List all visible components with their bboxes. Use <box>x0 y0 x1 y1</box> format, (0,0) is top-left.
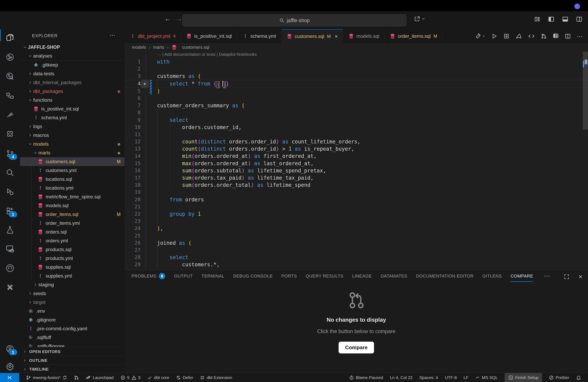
tree-item-target[interactable]: target <box>20 298 125 307</box>
breadcrumb-item[interactable]: marts <box>153 45 164 50</box>
navigate-forward-icon[interactable]: → <box>176 15 182 22</box>
tree-item-locations-yml[interactable]: !locations.yml <box>20 184 125 192</box>
editor-tab-schema-yml[interactable]: !schema.yml <box>237 29 281 43</box>
compile-code-icon[interactable] <box>528 33 535 39</box>
code-editor[interactable]: ··· | Add documentation or tests | Datap… <box>125 52 588 270</box>
activity-item-dbt-query-analysis[interactable] <box>0 68 20 86</box>
section-timeline[interactable]: TIMELINE <box>20 365 125 373</box>
tree-item--pre-commit-config-yaml[interactable]: !.pre-commit-config.yaml <box>20 324 125 333</box>
panel-tab-gitlens[interactable]: GITLENS <box>483 270 502 282</box>
activity-item-explorer[interactable] <box>0 29 20 47</box>
panel-tab-lineage[interactable]: LINEAGE <box>352 270 372 282</box>
status-item-notifications[interactable] <box>576 375 581 380</box>
status-item-defer[interactable]: Defer <box>176 375 193 380</box>
section-open-editors[interactable]: OPEN EDITORS <box>20 347 125 356</box>
status-item-problems[interactable]: 53 <box>120 375 140 380</box>
run-icon[interactable] <box>491 33 497 39</box>
tree-item-data-tests[interactable]: data-tests <box>20 69 125 78</box>
compare-button[interactable]: Compare <box>339 342 374 353</box>
activity-item-github[interactable] <box>0 260 20 277</box>
tree-item-analyses[interactable]: analyses <box>20 52 125 60</box>
tree-item-schema-yml[interactable]: !schema.yml <box>20 113 125 122</box>
editor-tab-is-positive-int-sql[interactable]: is_positive_int.sql <box>181 29 237 43</box>
tree-item-macros[interactable]: macros <box>20 131 125 140</box>
more-actions-icon[interactable]: ⋯ <box>577 33 583 40</box>
dbt-test-icon[interactable] <box>503 33 510 39</box>
toggle-secondary-sidebar-icon[interactable] <box>576 16 582 22</box>
section-outline[interactable]: OUTLINE <box>20 356 125 365</box>
activity-item-datapilot-logo[interactable] <box>0 107 20 124</box>
activity-item-dbt-model-graph[interactable] <box>0 49 20 66</box>
activity-item-remote-explorer[interactable] <box>0 241 20 258</box>
tree-item-products-sql[interactable]: products.sql <box>20 245 125 254</box>
tree-item--sqlfluff[interactable]: .sqlfluff <box>20 333 125 342</box>
activity-item-dbt-power-user[interactable] <box>0 125 20 143</box>
panel-tab-documentation-editor[interactable]: DOCUMENTATION EDITOR <box>416 270 474 282</box>
status-item-compare-changes[interactable] <box>74 375 79 380</box>
altimate-icon[interactable] <box>516 33 522 39</box>
status-item-blame-paused[interactable]: Blame Paused <box>349 375 383 380</box>
tree-item-orders-yml[interactable]: !orders.yml <box>20 236 125 245</box>
editor-tab-customers-sql[interactable]: customers.sqlM× <box>281 29 343 43</box>
tree-item-locations-sql[interactable]: locations.sql <box>20 175 125 184</box>
build-button[interactable] <box>475 33 485 39</box>
close-panel-icon[interactable]: × <box>578 273 582 281</box>
tree-item-order-items-sql[interactable]: order_items.sqlM <box>20 210 125 219</box>
tree-item-is-positive-int-sql[interactable]: is_positive_int.sql <box>20 104 125 113</box>
tree-item-supplies-sql[interactable]: supplies.sql <box>20 263 125 271</box>
activity-item-source-control[interactable]: 4 <box>0 145 20 163</box>
status-item-indentation[interactable]: Spaces: 4 <box>420 375 438 380</box>
panel-tab-problems[interactable]: PROBLEMS8 <box>131 270 165 282</box>
share-menu-button[interactable] <box>414 16 425 22</box>
status-item-finish-setup[interactable]: Finish Setup <box>504 373 542 382</box>
toggle-primary-sidebar-icon[interactable] <box>548 16 554 22</box>
tree-item-metricflow-time-spine-sql[interactable]: metricflow_time_spine.sql <box>20 192 125 201</box>
editor-tab-models-sql[interactable]: models.sql <box>343 29 385 43</box>
tree-item-logs[interactable]: logs <box>20 122 125 131</box>
inline-add-button[interactable]: + <box>141 80 149 88</box>
panel-tab-terminal[interactable]: TERMINAL <box>201 270 224 282</box>
close-tab-icon[interactable]: × <box>335 33 338 39</box>
maximize-panel-icon[interactable] <box>564 274 570 280</box>
tree-item-models[interactable]: models <box>20 140 125 149</box>
panel-tab-datamates[interactable]: DATAMATES <box>381 270 407 282</box>
editor-tab-order-items-sql[interactable]: order_items.sqlM <box>385 29 442 43</box>
query-results-table-icon[interactable] <box>553 33 559 39</box>
panel-tab-ports[interactable]: PORTS <box>281 270 297 282</box>
status-item-branch[interactable]: mwong-fusion* <box>26 375 67 380</box>
command-center-search[interactable]: jaffle-shop <box>182 14 406 26</box>
activity-item-search[interactable] <box>0 164 20 182</box>
codelens-actions[interactable]: ··· | Add documentation or tests | Datap… <box>157 52 257 58</box>
status-item-prettier[interactable]: Prettier <box>549 375 569 380</box>
panel-tab-debug-console[interactable]: DEBUG CONSOLE <box>233 270 273 282</box>
tree-item-orders-sql[interactable]: orders.sql <box>20 228 125 236</box>
activity-item-lineage-flowchart[interactable] <box>0 87 20 105</box>
tree-item--gitignore[interactable]: .gitignore <box>20 315 125 324</box>
tree-item-models-sql[interactable]: models.sql <box>20 201 125 210</box>
panel-tab-compare[interactable]: COMPARE <box>511 270 533 282</box>
activity-item-dbt-x-solid[interactable] <box>0 279 20 296</box>
activity-item-run-debug[interactable] <box>0 183 20 201</box>
tree-item-customers-yml[interactable]: !customers.yml <box>20 166 125 175</box>
tree-item-marts[interactable]: marts <box>20 149 125 157</box>
tree-item-products-yml[interactable]: !products.yml <box>20 254 125 263</box>
toggle-panel-icon[interactable] <box>562 16 568 22</box>
panel-more-tabs-icon[interactable]: ⋯ <box>544 272 550 279</box>
remote-indicator[interactable] <box>0 373 19 382</box>
customize-layout-icon[interactable] <box>534 16 540 22</box>
explorer-more-actions-icon[interactable]: ⋯ <box>109 32 115 38</box>
status-item-launchpad[interactable]: Launchpad <box>86 375 114 380</box>
tree-item--env[interactable]: .env <box>20 307 125 315</box>
activity-item-extensions[interactable]: 1 <box>0 203 20 220</box>
status-item-eol[interactable]: LF <box>463 375 469 380</box>
tree-item-staging[interactable]: staging <box>20 280 125 289</box>
status-item-dbt-extension[interactable]: dbt Extension <box>200 375 232 380</box>
status-item-language-mode[interactable]: MS SQL <box>475 375 498 380</box>
git-pull-request-icon[interactable] <box>541 33 547 39</box>
activity-item-account[interactable]: 1 <box>0 341 20 358</box>
panel-tab-query-results[interactable]: QUERY RESULTS <box>306 270 343 282</box>
tree-item-supplies-yml[interactable]: !supplies.yml <box>20 271 125 280</box>
status-item-encoding[interactable]: UTF-8 <box>445 375 457 380</box>
activity-item-test-beaker[interactable] <box>0 221 20 239</box>
tree-item-dbt-packages[interactable]: dbt_packages <box>20 87 125 96</box>
